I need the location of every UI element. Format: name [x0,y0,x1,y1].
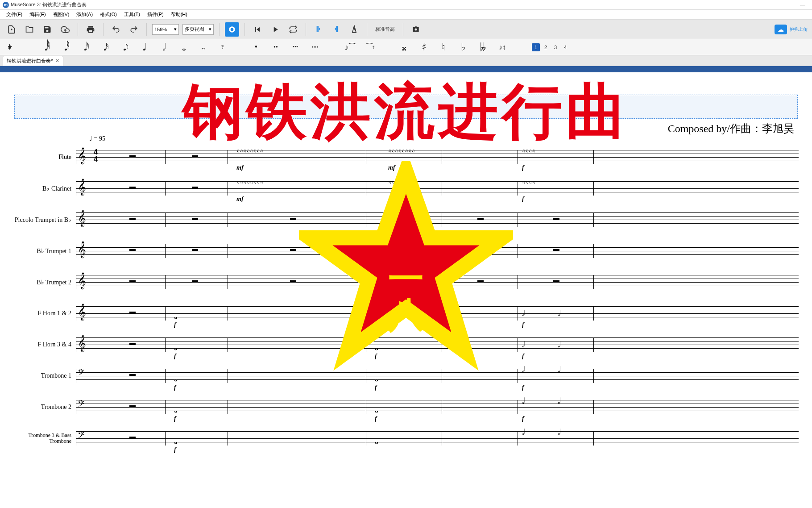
menu-help[interactable]: 帮助(H) [167,11,191,18]
staff-trombone-1[interactable]: Trombone 1 𝄢 𝅝 𝅝 𝅗𝅥 𝅗𝅥 f f f [13,360,799,391]
treble-clef-icon: 𝄞 [78,179,86,195]
print-button[interactable] [83,22,98,37]
bass-clef-icon: 𝄢 [78,399,84,411]
flip-button[interactable]: ♪↕ [497,43,508,51]
voice-selector: 1 2 3 4 [532,43,569,51]
main-toolbar: 159%▾ 多页视图▾ 𝄆 𝄇 标准音高 ☁ 抱抱上传 [0,20,812,39]
double-dot-button[interactable]: •• [270,44,281,51]
score-canvas[interactable]: Composed by/作曲：李旭昊 ♩ = 95 Flute 𝄞 44 mf … [0,72,812,508]
screenshot-button[interactable] [409,22,423,37]
flat-button[interactable]: ♭ [458,42,468,53]
undo-button[interactable] [109,22,123,37]
svg-point-2 [415,28,417,30]
note-input-mode-button[interactable] [225,22,239,37]
open-file-button[interactable] [22,22,37,37]
note-input-toolbar: 𝄽▾ 𝅘𝅥𝅲 𝅘𝅥𝅱 𝅘𝅥𝅰 𝅘𝅥𝅯 𝅘𝅥𝅮 𝅘𝅥 𝅗𝅥 𝅝 𝅜 𝄾 • •• … [0,39,812,55]
rewind-button[interactable] [250,22,265,37]
triple-dot-button[interactable]: ••• [290,44,301,50]
voice-4-button[interactable]: 4 [561,43,569,51]
staff-flute[interactable]: Flute 𝄞 44 mf mf f ♫♫♫♫♫♫♫♫ ♫♫♫♫♫♫♫♫ ♫♫♫… [13,142,799,173]
menu-bar: 文件(F) 编辑(E) 视图(V) 添加(A) 格式(O) 工具(T) 插件(P… [0,10,812,20]
metronome-button[interactable] [347,22,361,37]
menu-tools[interactable]: 工具(T) [120,11,144,18]
note-input-dropdown[interactable]: 𝄽▾ [4,42,15,52]
voice-3-button[interactable]: 3 [551,43,559,51]
tab-title: 钢铁洪流进行曲合奏* [7,58,53,64]
score-header-bar [0,66,812,72]
loop-button[interactable] [286,22,300,37]
bass-clef-icon: 𝄢 [78,430,84,442]
document-tab-bar: 钢铁洪流进行曲合奏* ✕ [0,55,812,66]
svg-point-1 [231,28,234,31]
cloud-sync-icon[interactable]: ☁ [775,25,787,34]
note-16th[interactable]: 𝅘𝅥𝅰 [79,42,89,53]
note-half[interactable]: 𝅘𝅥 [137,42,148,53]
note-breve[interactable]: 𝅝 [177,42,187,53]
double-flat-button[interactable]: 𝄫 [477,42,488,53]
play-button[interactable] [268,22,282,37]
bass-clef-icon: 𝄢 [78,368,84,380]
double-sharp-button[interactable]: 𝄪 [399,42,410,53]
voice-2-button[interactable]: 2 [542,43,550,51]
composer-text[interactable]: Composed by/作曲：李旭昊 [668,121,794,136]
repeat-start-button[interactable]: 𝄆 [311,22,326,37]
window-title: MuseScore 3: 钢铁洪流进行曲合奏 [11,1,87,8]
staff-clarinet[interactable]: B♭ Clarinet 𝄞 mf mf f ♫♫♫♫♫♫♫♫ ♫♫♫♫♫♫♫♫ … [13,173,799,204]
menu-edit[interactable]: 编辑(E) [26,11,50,18]
staff-trombone-2[interactable]: Trombone 2 𝄢 𝅝 𝅝 𝅗𝅥 𝅗𝅥 f f f [13,391,799,423]
document-tab[interactable]: 钢铁洪流进行曲合奏* ✕ [3,56,63,66]
view-mode-select[interactable]: 多页视图▾ [182,24,214,35]
cloud-save-button[interactable] [58,22,72,37]
concert-pitch-label[interactable]: 标准音高 [373,26,398,33]
title-frame-selection[interactable] [14,95,798,119]
repeat-end-button[interactable]: 𝄇 [329,22,344,37]
menu-format[interactable]: 格式(O) [96,11,120,18]
staff-piccolo-trumpet[interactable]: Piccolo Trumpet in B♭ 𝄞 [13,204,799,235]
quadruple-dot-button[interactable]: •••• [310,45,320,50]
staff-trumpet-2[interactable]: B♭ Trumpet 2 𝄞 [13,266,799,298]
treble-clef-icon: 𝄞 [78,335,86,351]
tab-close-icon[interactable]: ✕ [55,58,59,64]
minimize-button[interactable]: — [796,2,809,8]
window-titlebar: m MuseScore 3: 钢铁洪流进行曲合奏 — [0,0,812,10]
menu-plugins[interactable]: 插件(P) [144,11,167,18]
sharp-button[interactable]: ♯ [418,42,429,53]
menu-view[interactable]: 视图(V) [50,11,73,18]
staff-trumpet-1[interactable]: B♭ Trumpet 1 𝄞 [13,235,799,266]
menu-file[interactable]: 文件(F) [3,11,26,18]
dot-button[interactable]: • [251,42,261,52]
zoom-level-input[interactable]: 159%▾ [152,24,179,35]
rest-button[interactable]: 𝄾 [216,42,227,53]
staff-horn-34[interactable]: F Horn 3 & 4 𝄞 𝅝 𝅝 𝅗𝅥 𝅗𝅥 f f f [13,329,799,360]
slur-button[interactable]: ⁀𝄾 [364,42,375,52]
note-32nd[interactable]: 𝅘𝅥𝅱 [59,42,70,53]
redo-button[interactable] [127,22,141,37]
note-longa[interactable]: 𝅜 [196,44,207,51]
treble-clef-icon: 𝄞 [78,304,86,320]
staff-system: Flute 𝄞 44 mf mf f ♫♫♫♫♫♫♫♫ ♫♫♫♫♫♫♫♫ ♫♫♫… [13,142,799,454]
treble-clef-icon: 𝄞 [78,272,86,289]
note-quarter[interactable]: 𝅘𝅥𝅮 [118,42,128,53]
tie-button[interactable]: ♪⁀ [344,42,355,52]
app-logo-icon: m [3,2,9,8]
treble-clef-icon: 𝄞 [78,147,86,164]
voice-1-button[interactable]: 1 [532,43,540,51]
upload-label[interactable]: 抱抱上传 [790,26,808,33]
staff-trombone-3-bass[interactable]: Trombone 3 & Bass Trombone 𝄢 𝅝 𝅝 𝅗𝅥 𝅗𝅥 f [13,423,799,454]
staff-horn-12[interactable]: F Horn 1 & 2 𝄞 𝅝 𝅝 𝅗𝅥 𝅗𝅥 f f f [13,298,799,329]
save-button[interactable] [40,22,54,37]
note-8th[interactable]: 𝅘𝅥𝅯 [98,42,109,53]
treble-clef-icon: 𝄞 [78,210,86,226]
new-file-button[interactable] [4,22,19,37]
note-whole[interactable]: 𝅗𝅥 [157,42,168,53]
treble-clef-icon: 𝄞 [78,241,86,258]
menu-add[interactable]: 添加(A) [73,11,96,18]
note-64th[interactable]: 𝅘𝅥𝅲 [39,42,50,53]
natural-button[interactable]: ♮ [438,42,449,53]
